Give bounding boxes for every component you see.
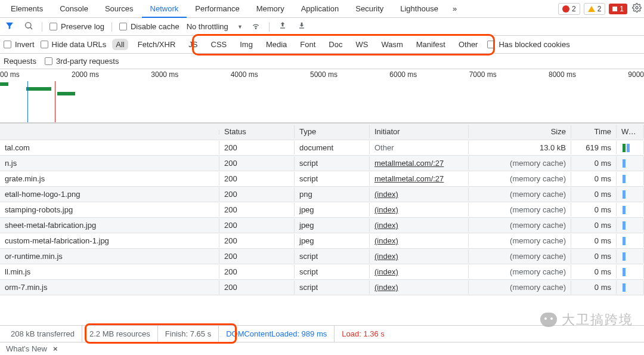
filter-pill-wasm[interactable]: Wasm xyxy=(377,39,406,50)
col-name[interactable] xyxy=(0,129,219,134)
timeline-ticks: 00 ms2000 ms3000 ms4000 ms5000 ms6000 ms… xyxy=(0,69,644,80)
timeline-tick: 4000 ms xyxy=(231,70,258,79)
tab-lighthouse[interactable]: Lighthouse xyxy=(392,1,447,17)
throttling-select[interactable]: No throttling ▼ xyxy=(187,22,243,31)
table-row[interactable]: orm-7.min.js200script(index)(memory cach… xyxy=(0,280,644,295)
cell: sheet-metal-fabrication.jpg xyxy=(0,218,219,232)
filter-pill-media[interactable]: Media xyxy=(262,39,290,50)
errors-count: 2 xyxy=(572,5,576,13)
col-waterfall[interactable]: Water xyxy=(617,125,644,138)
issues-badge[interactable]: 1 xyxy=(609,4,627,14)
tab-elements[interactable]: Elements xyxy=(2,1,51,17)
hide-data-urls-checkbox[interactable]: Hide data URLs xyxy=(41,40,107,49)
cell: (memory cache) xyxy=(469,234,571,248)
filter-pill-css[interactable]: CSS xyxy=(208,39,231,50)
timeline-tick: 7000 ms xyxy=(469,70,497,79)
initiator-link[interactable]: metallmetal.com/:27 xyxy=(374,159,444,168)
initiator-link[interactable]: (index) xyxy=(374,283,398,292)
cell: jpeg xyxy=(295,234,370,248)
cell: (memory cache) xyxy=(469,172,571,186)
waterfall-mark xyxy=(623,144,626,152)
table-row[interactable]: n.js200scriptmetallmetal.com/:27(memory … xyxy=(0,156,644,171)
close-icon[interactable]: × xyxy=(53,344,58,353)
cell: script xyxy=(295,280,370,294)
cell-initiator: (index) xyxy=(370,234,469,248)
tab-sources[interactable]: Sources xyxy=(97,1,142,17)
cell-initiator: (index) xyxy=(370,187,469,201)
cell: 200 xyxy=(219,249,295,263)
table-row[interactable]: ll.min.js200script(index)(memory cache)0… xyxy=(0,264,644,280)
initiator-link[interactable]: (index) xyxy=(374,190,398,199)
timeline-tick: 2000 ms xyxy=(72,70,99,79)
cell: script xyxy=(295,172,370,186)
timeline-overview[interactable]: 00 ms2000 ms3000 ms4000 ms5000 ms6000 ms… xyxy=(0,69,644,123)
disable-cache-label: Disable cache xyxy=(131,22,179,31)
filter-pill-doc[interactable]: Doc xyxy=(325,39,346,50)
more-tabs-button[interactable]: » xyxy=(447,1,463,17)
filter-pill-img[interactable]: Img xyxy=(236,39,256,50)
tab-performance[interactable]: Performance xyxy=(187,1,247,17)
filter-pill-font[interactable]: Font xyxy=(296,39,319,50)
disable-cache-checkbox[interactable]: Disable cache xyxy=(119,22,179,31)
warnings-badge[interactable]: 2 xyxy=(584,3,606,15)
col-time[interactable]: Time xyxy=(571,125,617,138)
filter-pill-all[interactable]: All xyxy=(112,39,128,50)
filter-pill-fetchxhr[interactable]: Fetch/XHR xyxy=(134,39,179,50)
cell-initiator: Other xyxy=(370,141,469,155)
checkbox-icon xyxy=(49,23,57,30)
timeline-tick: 9000 xyxy=(628,70,644,79)
third-party-checkbox[interactable]: 3rd-party requests xyxy=(45,57,119,66)
waterfall-mark xyxy=(623,206,626,214)
cell: stamping-robots.jpg xyxy=(0,203,219,217)
cell-waterfall xyxy=(617,156,644,171)
filter-pill-manifest[interactable]: Manifest xyxy=(413,39,449,50)
export-har-button[interactable] xyxy=(296,20,308,33)
settings-button[interactable] xyxy=(632,3,642,14)
tab-network[interactable]: Network xyxy=(142,1,187,18)
cell: (memory cache) xyxy=(469,203,571,217)
tab-console[interactable]: Console xyxy=(51,1,97,17)
col-initiator[interactable]: Initiator xyxy=(370,125,469,138)
table-row[interactable]: etall-home-logo-1.png200png(index)(memor… xyxy=(0,187,644,202)
filter-toggle[interactable] xyxy=(4,20,16,33)
cell: orm-7.min.js xyxy=(0,280,219,294)
cell-initiator: (index) xyxy=(370,203,469,217)
filter-pill-other[interactable]: Other xyxy=(455,39,482,50)
initiator-link[interactable]: (index) xyxy=(374,205,398,214)
import-har-button[interactable] xyxy=(277,20,289,33)
search-button[interactable] xyxy=(23,20,35,33)
table-row[interactable]: tal.com200documentOther13.0 kB619 ms xyxy=(0,140,644,156)
errors-badge[interactable]: 2 xyxy=(558,3,580,15)
filter-pill-ws[interactable]: WS xyxy=(352,39,371,50)
gear-icon xyxy=(632,3,642,13)
initiator-link[interactable]: (index) xyxy=(374,267,398,276)
preserve-log-label: Preserve log xyxy=(61,22,104,31)
tab-memory[interactable]: Memory xyxy=(248,1,293,17)
initiator-link[interactable]: (index) xyxy=(374,221,398,230)
table-row[interactable]: stamping-robots.jpg200jpeg(index)(memory… xyxy=(0,202,644,218)
filter-pill-js[interactable]: JS xyxy=(185,39,201,50)
initiator-link[interactable]: metallmetal.com/:27 xyxy=(374,174,444,183)
tab-application[interactable]: Application xyxy=(293,1,348,17)
table-row[interactable]: custom-metal-fabrication-1.jpg200jpeg(in… xyxy=(0,233,644,249)
timeline-tick: 6000 ms xyxy=(389,70,417,79)
drawer-tab-whatsnew[interactable]: What's New xyxy=(6,344,47,353)
initiator-link[interactable]: (index) xyxy=(374,236,398,245)
error-icon xyxy=(562,5,569,13)
initiator-link[interactable]: (index) xyxy=(374,252,398,261)
table-row[interactable]: sheet-metal-fabrication.jpg200jpeg(index… xyxy=(0,218,644,233)
table-row[interactable]: or-runtime.min.js200script(index)(memory… xyxy=(0,249,644,264)
tab-security[interactable]: Security xyxy=(347,1,392,17)
col-status[interactable]: Status xyxy=(219,125,295,138)
preserve-log-checkbox[interactable]: Preserve log xyxy=(49,22,104,31)
checkbox-icon xyxy=(487,41,495,48)
table-body: tal.com200documentOther13.0 kB619 msn.js… xyxy=(0,140,644,325)
network-conditions-button[interactable] xyxy=(250,20,262,33)
invert-checkbox[interactable]: Invert xyxy=(4,40,35,49)
cell: png xyxy=(295,187,370,201)
col-size[interactable]: Size xyxy=(469,125,571,138)
table-row[interactable]: grate.min.js200scriptmetallmetal.com/:27… xyxy=(0,171,644,187)
col-type[interactable]: Type xyxy=(295,125,370,138)
timeline-tick: 5000 ms xyxy=(310,70,338,79)
has-blocked-cookies-checkbox[interactable]: Has blocked cookies xyxy=(487,40,569,49)
